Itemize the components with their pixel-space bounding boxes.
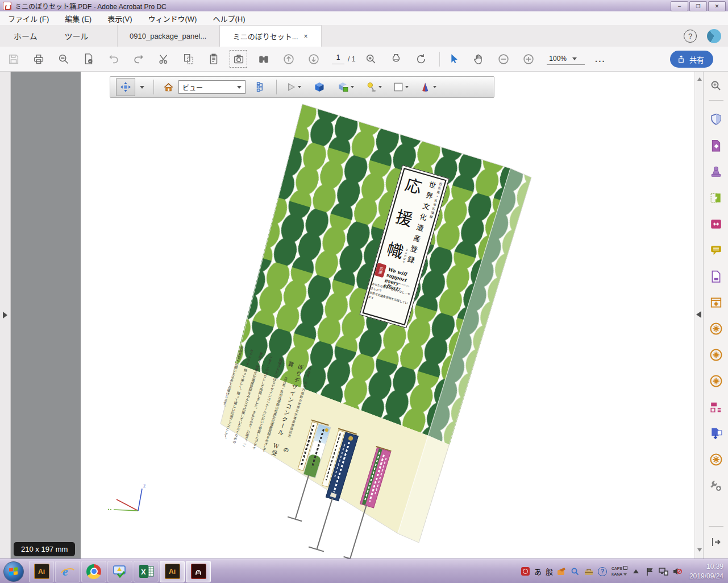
collapse-right-panel-icon[interactable] (696, 311, 701, 318)
tray-search-icon[interactable] (571, 567, 580, 576)
search-icon[interactable] (57, 52, 70, 65)
tray-pen-tool-icon[interactable] (557, 567, 567, 576)
tab-document-2[interactable]: ミニのぼりセット... × (219, 25, 322, 47)
help-icon[interactable]: ? (684, 30, 697, 43)
convert-pdf-icon[interactable] (709, 426, 723, 441)
tool-gear-icon-4[interactable] (709, 452, 723, 467)
page-number-input[interactable]: 1 (332, 53, 344, 64)
taskbar-clock[interactable]: 10:39 2019/09/24 (689, 562, 723, 580)
close-button[interactable]: ✕ (708, 1, 726, 11)
network-icon[interactable] (659, 567, 668, 576)
ime-caps-kana-indicator[interactable]: CAPS KANA (611, 566, 627, 576)
model-tree-button[interactable] (256, 81, 267, 93)
file-check-icon[interactable] (82, 52, 95, 65)
add-tools-wrench-icon[interactable] (709, 478, 723, 493)
clipboard-icon[interactable] (207, 52, 220, 65)
action-window-icon[interactable] (709, 295, 723, 310)
cross-section-icon (420, 81, 431, 93)
next-page-icon[interactable] (307, 52, 320, 65)
zoom-out-icon[interactable] (497, 52, 510, 65)
save-icon[interactable] (7, 52, 20, 65)
tab-close-icon[interactable]: × (304, 32, 308, 40)
menu-view[interactable]: 表示(V) (99, 13, 140, 24)
zoom-menu-icon[interactable] (364, 52, 377, 65)
background-color-button[interactable] (393, 82, 409, 92)
scrollbar[interactable] (694, 72, 704, 559)
tray-toolbox-icon[interactable] (584, 567, 594, 576)
cut-icon[interactable] (157, 52, 170, 65)
menu-file[interactable]: ファイル (F) (0, 13, 57, 24)
restore-button[interactable]: ❐ (689, 1, 707, 11)
marquee-zoom-icon[interactable] (709, 78, 723, 93)
comments-icon[interactable] (709, 243, 723, 258)
document-canvas[interactable]: z 応援幟 ミニのぼり 世界文化遺産登録 百舌鳥・古市古墳群 応援 We wil… (81, 72, 694, 559)
ime-mode-indicator[interactable]: 般 (546, 566, 553, 577)
tab-document-1[interactable]: 0910_package_panel... (117, 25, 219, 47)
select-tool-icon[interactable] (447, 52, 460, 65)
minimize-button[interactable]: – (671, 1, 688, 11)
tray-antivirus-icon[interactable] (521, 567, 530, 576)
menu-window[interactable]: ウィンドウ(W) (140, 13, 205, 24)
projection-button[interactable] (314, 81, 325, 93)
copy-page-icon[interactable] (182, 52, 195, 65)
avatar[interactable] (707, 29, 721, 43)
default-view-button[interactable] (163, 82, 174, 93)
share-button[interactable]: 共有 (670, 51, 713, 68)
chevron-down-icon (237, 86, 242, 89)
scroll-down-icon[interactable] (697, 548, 702, 552)
taskbar-chrome-button[interactable] (81, 561, 106, 582)
taskbar-illustrator-running-button[interactable]: Ai (160, 561, 185, 582)
chevron-down-icon (378, 86, 382, 88)
zoom-in-icon[interactable] (522, 52, 535, 65)
taskbar-illustrator-button[interactable]: Ai (29, 561, 54, 582)
organize-save-icon[interactable] (709, 217, 723, 231)
tool-gear-icon-3[interactable] (709, 374, 723, 388)
tray-help-icon[interactable]: ? (598, 567, 608, 576)
show-hidden-icons[interactable] (631, 567, 641, 576)
hand-tool-icon[interactable] (472, 52, 485, 65)
cross-section-button[interactable] (420, 81, 436, 93)
open-panel-icon[interactable] (709, 535, 723, 549)
scroll-up-icon[interactable] (697, 77, 702, 81)
ime-hiragana-indicator[interactable]: あ (534, 566, 542, 577)
document-diamond-icon[interactable] (709, 138, 723, 153)
security-shield-icon[interactable] (709, 112, 723, 127)
orbit-dropdown-icon[interactable] (140, 86, 144, 89)
action-center-flag-icon[interactable] (645, 567, 655, 576)
tab-tools[interactable]: ツール (51, 25, 102, 47)
redo-icon[interactable] (132, 52, 145, 65)
menu-edit[interactable]: 編集 (E) (57, 13, 99, 24)
rotate-view-icon[interactable] (414, 52, 427, 65)
print-icon[interactable] (32, 52, 45, 65)
menu-help[interactable]: ヘルプ(H) (205, 13, 253, 24)
combine-files-icon[interactable] (709, 400, 723, 415)
taskbar-excel-button[interactable]: X (134, 561, 159, 582)
zoom-level-dropdown[interactable]: 100% (547, 53, 585, 65)
loupe-icon[interactable] (389, 52, 402, 65)
view-dropdown[interactable]: ビュー (178, 80, 246, 94)
taskbar-acrobat-running-button[interactable] (186, 561, 211, 582)
render-mode-button[interactable] (338, 81, 354, 93)
volume-muted-icon[interactable] (672, 567, 682, 576)
previous-page-icon[interactable] (282, 52, 295, 65)
undo-icon[interactable] (107, 52, 120, 65)
snapshot-camera-icon[interactable] (232, 52, 245, 65)
orbit-tool-button[interactable] (116, 78, 135, 96)
more-tools-button[interactable]: ... (595, 54, 606, 64)
crop-pages-icon[interactable] (709, 191, 723, 205)
stamp-icon[interactable] (709, 164, 723, 179)
binoculars-icon[interactable] (257, 52, 270, 65)
play-animation-button[interactable] (286, 82, 301, 92)
expand-nav-pane-icon[interactable] (3, 312, 7, 319)
page-size-tooltip: 210 x 197 mm (14, 542, 75, 556)
start-button[interactable] (3, 561, 24, 582)
tab-home[interactable]: ホーム (0, 25, 51, 47)
tool-gear-icon-1[interactable] (709, 321, 723, 336)
taskbar-security-button[interactable] (107, 561, 132, 582)
edit-pdf-icon[interactable] (709, 269, 723, 284)
nav-pane-strip[interactable] (0, 72, 11, 559)
main-toolbar: 1 / 1 100% ... 共有 (0, 47, 728, 72)
taskbar-ie-button[interactable]: e (55, 561, 80, 582)
lighting-button[interactable] (365, 81, 382, 93)
tool-gear-icon-2[interactable] (709, 348, 723, 362)
